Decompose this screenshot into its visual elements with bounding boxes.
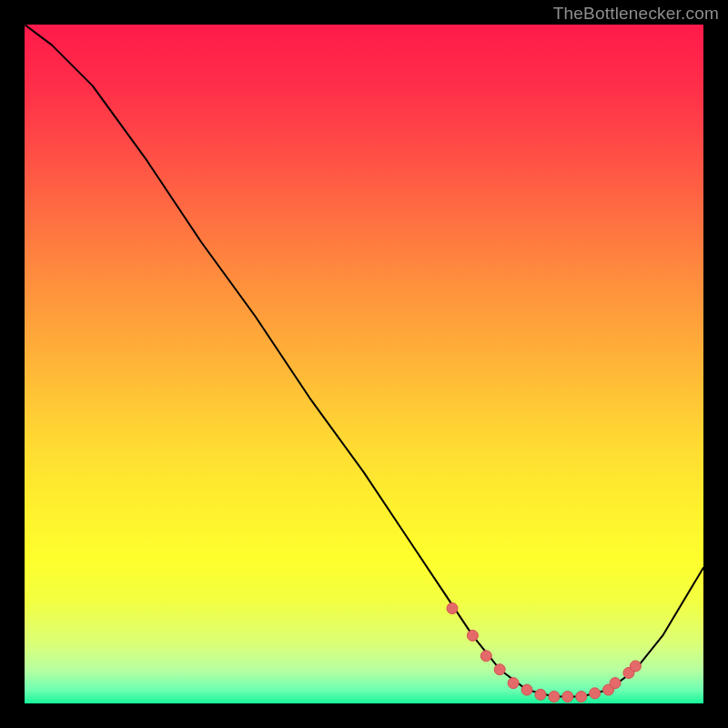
curve-layer [25, 25, 703, 703]
chart-stage: TheBottlenecker.com [0, 0, 728, 728]
highlight-marker [549, 692, 560, 703]
bottleneck-curve [25, 25, 703, 697]
plot-area [25, 25, 703, 703]
highlight-marker [576, 692, 587, 703]
highlight-marker [590, 688, 601, 699]
highlight-marker [508, 678, 519, 689]
highlight-marker [467, 630, 478, 641]
watermark-text: TheBottlenecker.com [553, 4, 719, 24]
highlight-marker [480, 651, 491, 662]
highlight-marker [562, 692, 573, 703]
highlight-marker [610, 678, 621, 689]
highlight-marker [447, 603, 458, 614]
highlight-marker [494, 664, 505, 675]
highlight-marker [630, 661, 641, 672]
highlight-marker [535, 689, 546, 700]
highlight-marker [521, 684, 532, 695]
